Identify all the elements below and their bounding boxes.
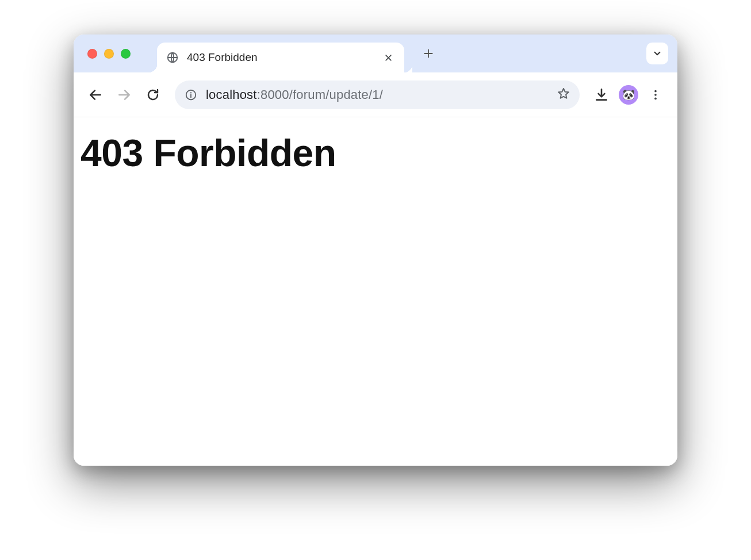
info-icon [185,89,197,101]
avatar-emoji: 🐼 [622,89,635,101]
site-info-button[interactable] [184,88,198,102]
reload-button[interactable] [141,83,164,106]
toolbar: localhost:8000/forum/update/1/ 🐼 [74,72,677,117]
arrow-left-icon [88,87,103,102]
url-text: localhost:8000/forum/update/1/ [206,87,549,102]
close-icon [384,53,393,62]
svg-point-5 [654,97,657,99]
tab-strip: 403 Forbidden [74,34,677,72]
kebab-icon [649,89,662,101]
chevron-down-icon [652,48,662,59]
maximize-window-button[interactable] [121,49,131,59]
close-tab-button[interactable] [382,52,394,63]
svg-point-2 [190,92,191,93]
url-path: :8000/forum/update/1/ [257,87,383,102]
plus-icon [423,48,434,59]
forward-button[interactable] [113,83,136,106]
new-tab-button[interactable] [418,43,439,64]
page-content: 403 Forbidden [74,117,677,466]
reload-icon [146,88,160,102]
globe-icon [166,51,179,64]
browser-tab[interactable]: 403 Forbidden [157,43,404,72]
download-icon [594,87,609,102]
star-icon [557,87,570,101]
menu-button[interactable] [644,83,667,106]
address-bar[interactable]: localhost:8000/forum/update/1/ [175,80,580,109]
tab-search-button[interactable] [646,43,668,64]
svg-point-4 [654,94,657,96]
arrow-right-icon [117,87,132,102]
close-window-button[interactable] [87,49,97,59]
url-host: localhost [206,87,257,102]
downloads-button[interactable] [590,83,613,106]
bookmark-button[interactable] [557,87,570,103]
window-controls [74,49,131,59]
browser-window: 403 Forbidden [74,34,677,466]
tab-title: 403 Forbidden [187,51,374,64]
minimize-window-button[interactable] [104,49,114,59]
profile-avatar[interactable]: 🐼 [619,85,638,105]
back-button[interactable] [84,83,107,106]
error-heading: 403 Forbidden [81,131,670,175]
svg-point-3 [654,90,657,92]
